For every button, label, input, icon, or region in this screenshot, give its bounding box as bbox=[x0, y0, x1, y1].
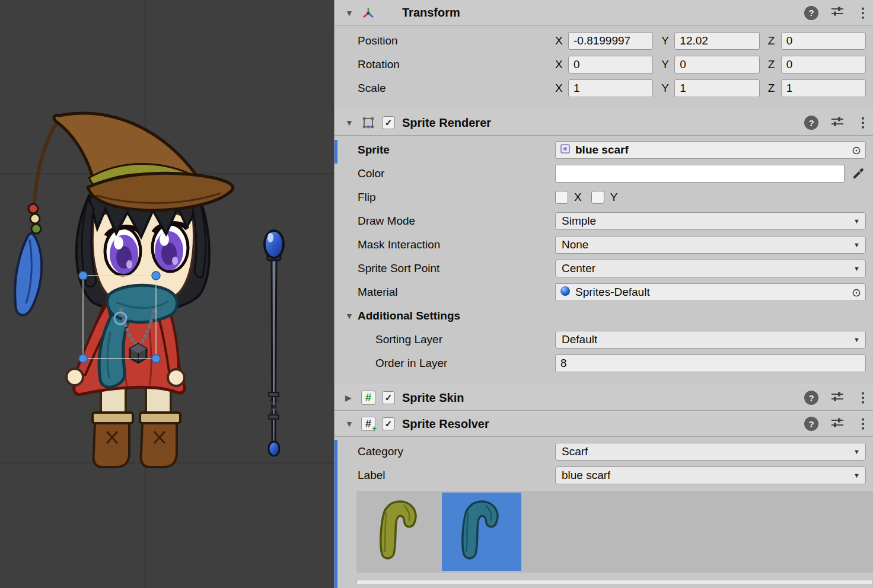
sprite-object-name: blue scarf bbox=[575, 143, 629, 156]
material-row: Material Sprites-Default ⊙ bbox=[334, 280, 873, 304]
position-y-input[interactable] bbox=[674, 32, 759, 50]
sorting-layer-value: Default bbox=[562, 333, 597, 346]
flip-x-checkbox[interactable] bbox=[555, 191, 568, 204]
help-icon[interactable]: ? bbox=[804, 417, 818, 431]
flip-row: Flip X Y bbox=[334, 186, 873, 209]
foldout-open-icon[interactable]: ▼ bbox=[345, 311, 357, 321]
rotation-y-input[interactable] bbox=[674, 56, 759, 74]
sprite-variant-blue-scarf[interactable] bbox=[442, 493, 521, 571]
chevron-down-icon: ▼ bbox=[853, 336, 860, 343]
foldout-open-icon[interactable]: ▼ bbox=[345, 8, 357, 18]
foldout-closed-icon[interactable]: ▶ bbox=[345, 393, 357, 402]
axis-y-label: Y bbox=[661, 58, 674, 71]
unity-cube-pendant bbox=[130, 344, 146, 363]
object-picker-icon[interactable]: ⊙ bbox=[847, 284, 865, 301]
component-enabled-checkbox[interactable]: ✓ bbox=[382, 417, 395, 430]
sprite-variant-selector bbox=[356, 491, 873, 573]
scene-view[interactable] bbox=[0, 0, 334, 588]
category-dropdown[interactable]: Scarf ▼ bbox=[555, 443, 866, 461]
wizard-hat bbox=[54, 113, 233, 210]
axis-x-label: X bbox=[555, 58, 568, 71]
sprite-selector-scrollbar[interactable] bbox=[356, 580, 873, 585]
flip-label: Flip bbox=[358, 191, 555, 204]
sorting-layer-row: Sorting Layer Default ▼ bbox=[334, 328, 873, 351]
axis-z-label: Z bbox=[768, 82, 781, 95]
draw-mode-value: Simple bbox=[562, 215, 596, 228]
order-in-layer-row: Order in Layer bbox=[334, 351, 873, 375]
more-menu-icon[interactable]: ⋮ bbox=[856, 391, 865, 404]
material-label: Material bbox=[358, 286, 555, 299]
inspector-panel: ▼ Transform ? ⋮ Position bbox=[334, 0, 873, 588]
color-swatch[interactable] bbox=[555, 165, 845, 183]
sprite-resolver-body: Category Scarf ▼ Label blue scarf ▼ bbox=[334, 437, 873, 585]
category-row: Category Scarf ▼ bbox=[334, 440, 873, 464]
scale-x-input[interactable] bbox=[568, 79, 653, 97]
more-menu-icon[interactable]: ⋮ bbox=[856, 7, 865, 20]
rotation-label: Rotation bbox=[358, 58, 555, 71]
foldout-open-icon[interactable]: ▼ bbox=[345, 419, 357, 429]
preset-icon[interactable] bbox=[830, 4, 845, 21]
component-enabled-checkbox[interactable]: ✓ bbox=[382, 116, 395, 129]
object-picker-icon[interactable]: ⊙ bbox=[847, 142, 865, 158]
material-icon bbox=[559, 285, 571, 300]
more-menu-icon[interactable]: ⋮ bbox=[856, 417, 865, 430]
draw-mode-dropdown[interactable]: Simple ▼ bbox=[555, 212, 866, 230]
axis-x-label: X bbox=[555, 34, 568, 47]
preset-icon[interactable] bbox=[830, 114, 845, 132]
preset-icon[interactable] bbox=[830, 416, 845, 433]
sprite-skin-header[interactable]: ▶ # ✓ Sprite Skin ? ⋮ bbox=[334, 385, 873, 411]
axis-y-label: Y bbox=[661, 34, 674, 47]
position-x-input[interactable] bbox=[568, 32, 653, 50]
sprite-skin-icon: # bbox=[361, 390, 376, 405]
foldout-open-icon[interactable]: ▼ bbox=[345, 118, 357, 127]
sprite-label: Sprite bbox=[358, 143, 555, 156]
scale-row: Scale X Y Z bbox=[334, 76, 873, 100]
flip-y-checkbox[interactable] bbox=[591, 191, 604, 204]
label-row: Label blue scarf ▼ bbox=[334, 464, 873, 487]
category-value: Scarf bbox=[562, 445, 588, 458]
sprite-sort-point-dropdown[interactable]: Center ▼ bbox=[555, 260, 866, 277]
component-title: Sprite Resolver bbox=[402, 417, 489, 431]
help-icon[interactable]: ? bbox=[804, 6, 818, 20]
left-boot bbox=[93, 413, 133, 467]
transform-header[interactable]: ▼ Transform ? ⋮ bbox=[334, 0, 873, 26]
chevron-down-icon: ▼ bbox=[853, 218, 860, 225]
mask-interaction-label: Mask Interaction bbox=[358, 238, 555, 251]
sprite-sort-point-row: Sprite Sort Point Center ▼ bbox=[334, 257, 873, 280]
preset-icon[interactable] bbox=[830, 389, 845, 407]
eyedropper-icon[interactable] bbox=[850, 165, 866, 183]
color-row: Color bbox=[334, 162, 873, 186]
sprite-resolver-icon: #+ bbox=[361, 416, 376, 432]
scale-y-input[interactable] bbox=[674, 79, 759, 97]
scene-canvas[interactable] bbox=[0, 0, 334, 588]
axis-x-label: X bbox=[555, 82, 568, 95]
additional-settings-row[interactable]: ▼ Additional Settings bbox=[334, 304, 873, 328]
sprite-thumb-icon bbox=[559, 143, 571, 158]
component-title: Sprite Skin bbox=[402, 391, 464, 405]
staff-sprite[interactable] bbox=[265, 231, 283, 456]
rotation-z-input[interactable] bbox=[781, 56, 866, 74]
label-value: blue scarf bbox=[562, 469, 610, 482]
sprite-variant-green-scarf[interactable] bbox=[360, 493, 439, 571]
scale-z-input[interactable] bbox=[781, 79, 866, 97]
rotation-x-input[interactable] bbox=[568, 56, 653, 74]
sprite-object-field[interactable]: blue scarf ⊙ bbox=[555, 141, 866, 159]
rotation-row: Rotation X Y Z bbox=[334, 53, 873, 76]
material-object-name: Sprites-Default bbox=[575, 286, 650, 299]
more-menu-icon[interactable]: ⋮ bbox=[856, 116, 865, 129]
order-in-layer-input[interactable] bbox=[555, 354, 866, 372]
help-icon[interactable]: ? bbox=[804, 391, 818, 405]
character-sprite[interactable] bbox=[15, 113, 233, 467]
material-object-field[interactable]: Sprites-Default ⊙ bbox=[555, 283, 866, 301]
sprite-renderer-icon bbox=[361, 115, 376, 130]
mask-interaction-row: Mask Interaction None ▼ bbox=[334, 233, 873, 257]
sorting-layer-dropdown[interactable]: Default ▼ bbox=[555, 331, 866, 349]
component-title: Transform bbox=[402, 6, 460, 20]
mask-interaction-dropdown[interactable]: None ▼ bbox=[555, 236, 866, 254]
sprite-resolver-header[interactable]: ▼ #+ ✓ Sprite Resolver ? ⋮ bbox=[334, 411, 873, 437]
position-z-input[interactable] bbox=[781, 32, 866, 50]
component-enabled-checkbox[interactable]: ✓ bbox=[382, 391, 395, 404]
sprite-renderer-header[interactable]: ▼ ✓ Sprite Renderer ? ⋮ bbox=[334, 110, 873, 136]
label-dropdown[interactable]: blue scarf ▼ bbox=[555, 466, 866, 484]
help-icon[interactable]: ? bbox=[804, 116, 818, 130]
